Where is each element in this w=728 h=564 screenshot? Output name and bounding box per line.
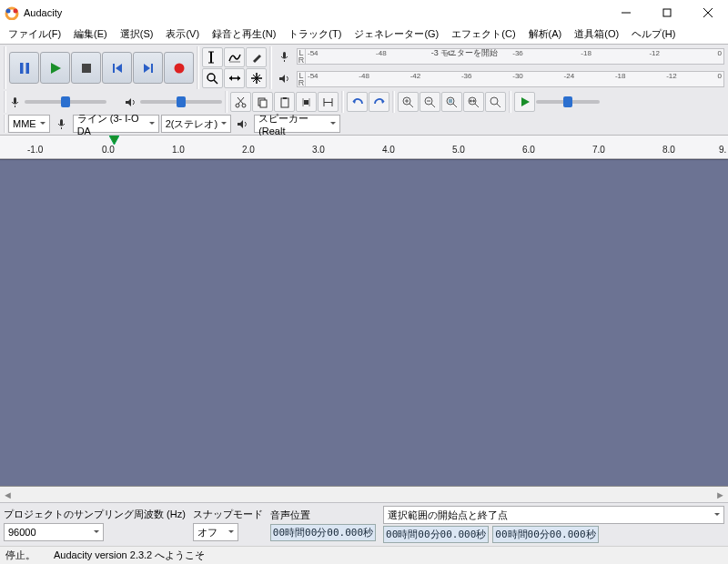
undo-toolbar [346,91,390,113]
play-at-speed-toolbar [513,91,601,113]
svg-marker-23 [229,76,232,81]
play-vol-icon [125,96,136,108]
svg-point-15 [174,63,184,73]
svg-marker-63 [473,99,475,103]
toolbars: L-54-48-42-36-3 モニターを開始-18-120 R L-54-48… [0,44,728,136]
status-bar: 停止。 Audacity version 2.3.2 へようこそ [0,546,728,564]
pause-button[interactable] [9,52,39,84]
playback-meter[interactable]: L-54-48-42-36-30-24-18-120 R [297,71,724,87]
paste-button[interactable] [274,92,295,112]
svg-point-34 [242,104,246,107]
stop-button[interactable] [71,52,101,84]
redo-button[interactable] [369,92,389,112]
rec-vol-slider[interactable] [25,100,106,104]
svg-rect-4 [663,9,671,16]
svg-point-20 [207,74,215,81]
menu-view[interactable]: 表示(V) [159,25,206,43]
envelope-tool-button[interactable] [224,47,245,67]
svg-rect-8 [25,63,29,74]
menu-effect[interactable]: エフェクト(C) [445,25,521,43]
playback-device-select[interactable]: スピーカー (Realt [254,115,340,133]
recording-channels-select[interactable]: 2(ステレオ) [161,115,231,133]
speaker-select-icon [233,118,252,130]
menu-file[interactable]: ファイル(F) [2,25,67,43]
mixer-toolbar [8,91,223,113]
recording-meter[interactable]: L-54-48-42-36-3 モニターを開始-18-120 R [297,48,724,65]
mic-icon [52,118,71,130]
snap-select[interactable]: オフ [193,523,238,541]
silence-button[interactable] [318,92,339,112]
trim-button[interactable] [296,92,317,112]
audio-host-select[interactable]: MME [8,115,50,133]
svg-line-65 [497,104,500,107]
zoom-toggle-button[interactable] [485,92,506,112]
window-minimize-button[interactable] [605,0,646,25]
app-logo-icon [5,5,19,20]
menu-select[interactable]: 選択(S) [114,25,160,43]
fit-selection-button[interactable] [441,92,462,112]
svg-line-36 [238,97,243,104]
audio-position-field[interactable]: 00時間00分00.000秒 [270,524,376,541]
svg-rect-29 [283,52,286,58]
menu-help[interactable]: ヘルプ(H) [625,25,682,43]
timeshift-tool-button[interactable] [224,68,245,88]
scroll-left-icon[interactable]: ◄ [0,487,15,502]
rec-meter-icon[interactable] [274,46,295,66]
svg-line-57 [453,104,457,107]
record-button[interactable] [164,52,194,84]
selection-tool-button[interactable] [202,47,223,67]
svg-rect-14 [151,64,153,73]
cut-button[interactable] [230,92,251,112]
menu-edit[interactable]: 編集(E) [67,25,114,43]
zoom-in-button[interactable] [398,92,419,112]
menu-tools[interactable]: 道具箱(O) [568,25,625,43]
svg-line-35 [238,97,244,104]
svg-point-1 [6,8,11,13]
recording-device-select[interactable]: ライン (3- I-O DA [73,115,159,133]
undo-button[interactable] [347,92,368,112]
svg-line-54 [431,104,435,107]
svg-rect-10 [82,64,91,73]
draw-tool-button[interactable] [246,47,267,67]
play-at-speed-button[interactable] [514,92,535,112]
svg-line-60 [475,104,479,107]
skip-start-button[interactable] [102,52,132,84]
play-vol-slider[interactable] [140,100,222,104]
audio-position-label: 音声位置 [270,509,376,522]
scroll-right-icon[interactable]: ► [713,487,728,502]
svg-point-2 [14,8,18,13]
play-button[interactable] [40,52,70,84]
track-area[interactable] [0,159,728,487]
status-message: Audacity version 2.3.2 へようこそ [54,549,205,562]
snap-label: スナップモード [193,508,263,521]
svg-rect-38 [260,100,267,107]
menu-tracks[interactable]: トラック(T) [282,25,348,43]
timeline-ruler[interactable]: -1.0 0.0 1.0 2.0 3.0 4.0 5.0 6.0 7.0 8.0… [0,136,728,159]
zoom-tool-button[interactable] [202,68,223,88]
multi-tool-button[interactable] [246,68,267,88]
skip-end-button[interactable] [133,52,163,84]
copy-button[interactable] [252,92,273,112]
play-meter-icon[interactable] [274,69,295,89]
transport-toolbar [8,46,195,89]
status-state: 停止。 [5,549,35,562]
project-rate-select[interactable]: 96000 [4,523,104,541]
window-close-button[interactable] [687,0,728,25]
speed-slider[interactable] [536,100,600,104]
menu-generate[interactable]: ジェネレーター(G) [348,25,445,43]
fit-project-button[interactable] [463,92,484,112]
menu-analyze[interactable]: 解析(A) [522,25,569,43]
selection-mode-select[interactable]: 選択範囲の開始点と終了点 [383,506,724,524]
svg-rect-58 [449,99,452,103]
menu-transport[interactable]: 録音と再生(N) [206,25,282,43]
rate-label: プロジェクトのサンプリング周波数 (Hz) [4,508,186,521]
selection-end-field[interactable]: 00時間00分00.000秒 [492,526,598,543]
horizontal-scrollbar[interactable]: ◄ ► [0,487,728,502]
selection-start-field[interactable]: 00時間00分00.000秒 [383,526,489,543]
svg-rect-43 [304,100,308,105]
svg-marker-24 [238,76,240,81]
svg-marker-12 [116,64,122,73]
svg-rect-40 [283,97,287,99]
window-maximize-button[interactable] [646,0,687,25]
zoom-out-button[interactable] [420,92,440,112]
